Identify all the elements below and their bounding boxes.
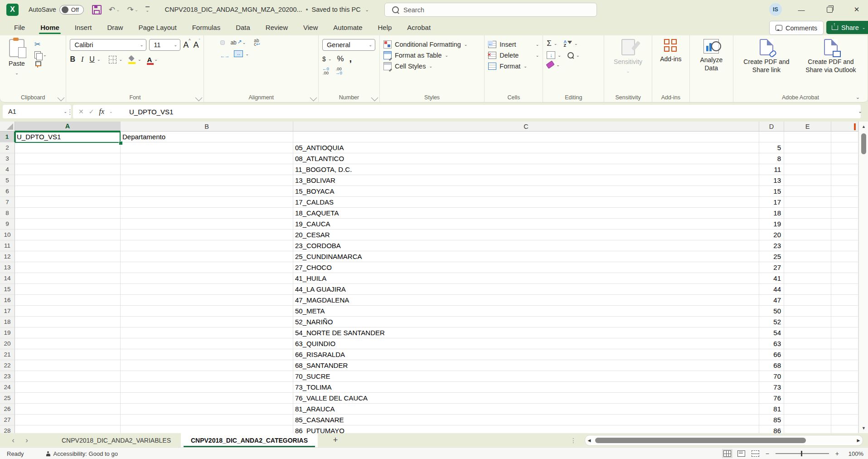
excel-logo-icon[interactable]: X <box>6 4 19 16</box>
save-icon[interactable] <box>92 5 102 15</box>
cell-E4[interactable] <box>784 164 831 175</box>
cell-A19[interactable] <box>15 327 121 338</box>
cell-C13[interactable]: 27_CHOCO <box>293 262 759 273</box>
row-header-19[interactable]: 19 <box>0 327 15 338</box>
row-header-13[interactable]: 13 <box>0 262 15 273</box>
tab-help[interactable]: Help <box>370 19 400 35</box>
cell-C14[interactable]: 41_HUILA <box>293 273 759 284</box>
cell-B11[interactable] <box>121 240 293 251</box>
zoom-out-button[interactable]: − <box>766 450 769 457</box>
cell-A18[interactable] <box>15 317 121 327</box>
cell-E8[interactable] <box>784 208 831 219</box>
cell-A1[interactable]: U_DPTO_VS1 <box>15 132 121 142</box>
cell-C3[interactable]: 08_ATLANTICO <box>293 153 759 164</box>
delete-cells-button[interactable]: Delete ⌄ <box>488 50 539 61</box>
cell-C24[interactable]: 73_TOLIMA <box>293 382 759 393</box>
cell-F22[interactable] <box>831 360 858 371</box>
cell-F28[interactable] <box>831 425 858 433</box>
fill-color-button[interactable]: ⌄ <box>128 56 141 63</box>
conditional-formatting-button[interactable]: Conditional Formatting ⌄ <box>383 39 480 50</box>
cell-F26[interactable] <box>831 404 858 415</box>
cell-D19[interactable]: 54 <box>759 327 784 338</box>
cell-E9[interactable] <box>784 219 831 230</box>
document-title[interactable]: CNPV2018_DIC_ANDA2_MGN_MZA_20200... <box>165 6 302 13</box>
cell-E2[interactable] <box>784 142 831 153</box>
cell-D11[interactable]: 23 <box>759 240 784 251</box>
column-header-E[interactable]: E <box>784 122 831 132</box>
zoom-slider-handle[interactable] <box>801 451 802 456</box>
row-header-20[interactable]: 20 <box>0 338 15 349</box>
create-pdf-share-outlook-button[interactable]: Create PDF and Share via Outlook <box>799 39 863 74</box>
cell-C6[interactable]: 15_BOYACA <box>293 186 759 197</box>
cell-E18[interactable] <box>784 317 831 327</box>
collapse-ribbon-button[interactable]: ⌄ <box>856 94 860 100</box>
format-as-table-button[interactable]: Format as Table ⌄ <box>383 50 480 61</box>
copy-button[interactable]: ⌄ <box>34 51 47 59</box>
sort-filter-button[interactable]: AZ ⌄ <box>563 40 577 47</box>
cell-D9[interactable]: 19 <box>759 219 784 230</box>
cell-F13[interactable] <box>831 262 858 273</box>
page-layout-view-button[interactable] <box>737 450 745 457</box>
cell-F4[interactable] <box>831 164 858 175</box>
cell-F7[interactable] <box>831 197 858 208</box>
fill-button[interactable]: ↓⌄ <box>547 51 561 59</box>
row-header-12[interactable]: 12 <box>0 251 15 262</box>
cell-A21[interactable] <box>15 349 121 360</box>
zoom-slider[interactable] <box>776 453 829 454</box>
cell-B8[interactable] <box>121 208 293 219</box>
column-header-B[interactable]: B <box>121 122 293 132</box>
next-sheet-button[interactable]: › <box>20 436 34 445</box>
cell-F3[interactable] <box>831 153 858 164</box>
row-header-2[interactable]: 2 <box>0 142 15 153</box>
analyze-data-button[interactable]: Analyze Data <box>695 39 727 72</box>
italic-button[interactable]: I <box>81 55 83 63</box>
cell-C10[interactable]: 20_CESAR <box>293 230 759 240</box>
cell-B19[interactable] <box>121 327 293 338</box>
cell-E25[interactable] <box>784 393 831 404</box>
cell-A13[interactable] <box>15 262 121 273</box>
currency-format-button[interactable]: $⌄ <box>322 55 331 63</box>
cell-F23[interactable] <box>831 371 858 382</box>
scroll-down-icon[interactable]: ▼ <box>859 423 868 433</box>
font-size-select[interactable]: 11 ⌄ <box>149 39 180 51</box>
cell-A12[interactable] <box>15 251 121 262</box>
enter-button[interactable]: ✓ <box>89 108 94 115</box>
cell-A5[interactable] <box>15 175 121 186</box>
cell-A9[interactable] <box>15 219 121 230</box>
cell-E15[interactable] <box>784 284 831 295</box>
cell-styles-button[interactable]: Cell Styles ⌄ <box>383 61 480 72</box>
cell-C16[interactable]: 47_MAGDALENA <box>293 295 759 306</box>
cell-F12[interactable] <box>831 251 858 262</box>
insert-function-button[interactable]: fx <box>99 107 104 116</box>
row-header-16[interactable]: 16 <box>0 295 15 306</box>
cell-B22[interactable] <box>121 360 293 371</box>
cell-A23[interactable] <box>15 371 121 382</box>
sheet-tab-cnpv2018_dic_anda2_variables[interactable]: CNPV2018_DIC_ANDA2_VARIABLES <box>52 433 181 447</box>
cell-F6[interactable] <box>831 186 858 197</box>
cell-B24[interactable] <box>121 382 293 393</box>
cell-C17[interactable]: 50_META <box>293 306 759 317</box>
sheet-tab-cnpv2018_dic_anda2_categorias[interactable]: CNPV2018_DIC_ANDA2_CATEGORIAS <box>181 433 318 447</box>
cell-F2[interactable] <box>831 142 858 153</box>
percent-format-button[interactable]: % <box>337 54 344 63</box>
cell-C26[interactable]: 81_ARAUCA <box>293 404 759 415</box>
cell-E14[interactable] <box>784 273 831 284</box>
create-pdf-share-link-button[interactable]: Create PDF and Share link <box>738 39 795 74</box>
cell-E27[interactable] <box>784 415 831 425</box>
sensitivity-button[interactable]: Sensitivity ⌄ <box>614 39 642 74</box>
merge-center-button[interactable]: ↔ ⌄ <box>234 50 249 57</box>
cell-E3[interactable] <box>784 153 831 164</box>
cell-B23[interactable] <box>121 371 293 382</box>
format-painter-button[interactable] <box>34 61 47 68</box>
cell-D4[interactable]: 11 <box>759 164 784 175</box>
cell-B3[interactable] <box>121 153 293 164</box>
clear-button[interactable]: ⌄ <box>547 62 560 67</box>
cell-A4[interactable] <box>15 164 121 175</box>
tab-acrobat[interactable]: Acrobat <box>399 19 438 35</box>
new-sheet-button[interactable]: + <box>328 435 343 445</box>
cell-C9[interactable]: 19_CAUCA <box>293 219 759 230</box>
cell-B26[interactable] <box>121 404 293 415</box>
cell-D21[interactable]: 66 <box>759 349 784 360</box>
cell-B10[interactable] <box>121 230 293 240</box>
align-middle-button[interactable] <box>214 40 218 45</box>
